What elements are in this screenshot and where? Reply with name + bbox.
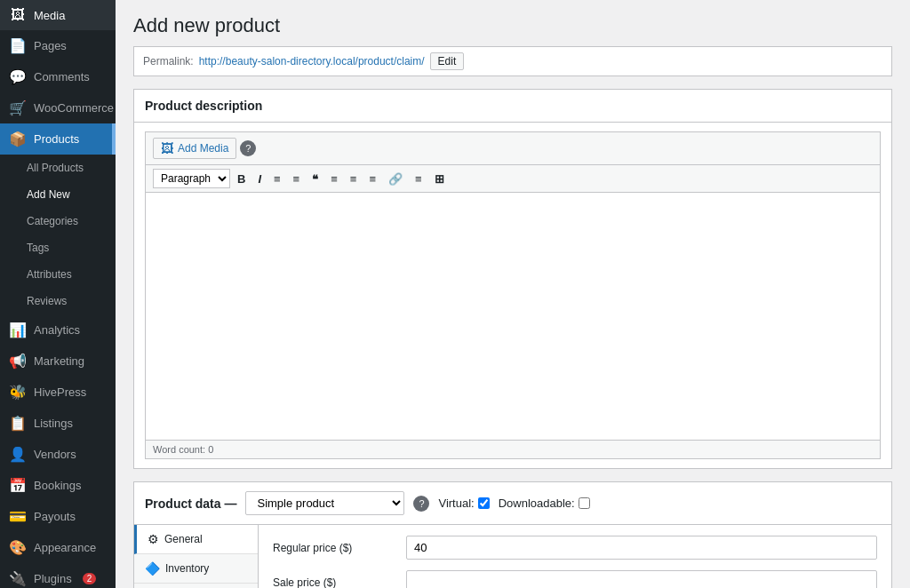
sidebar-sub-attributes[interactable]: Attributes (0, 261, 116, 288)
all-products-label: All Products (27, 162, 84, 174)
downloadable-label: Downloadable: (499, 497, 590, 510)
woocommerce-icon: 🛒 (9, 99, 27, 116)
sidebar-sub-tags[interactable]: Tags (0, 234, 116, 261)
sidebar-item-listings[interactable]: 📋 Listings (0, 408, 116, 439)
sidebar-sub-reviews[interactable]: Reviews (0, 288, 116, 314)
sidebar-item-label: Pages (34, 39, 67, 52)
editor-area[interactable] (145, 192, 881, 441)
product-data-title: Product data — (145, 497, 236, 511)
product-data-header: Product data — Simple product Grouped pr… (134, 482, 891, 525)
sidebar-item-label: Media (34, 9, 65, 22)
virtual-text: Virtual: (438, 497, 474, 510)
sidebar-item-vendors[interactable]: 👤 Vendors (0, 439, 116, 470)
sale-price-input[interactable] (406, 570, 877, 588)
sidebar-sub-all-products[interactable]: All Products (0, 155, 116, 181)
analytics-icon: 📊 (9, 322, 27, 338)
sidebar-sub-add-new[interactable]: Add New (0, 181, 116, 208)
link-button[interactable]: 🔗 (383, 170, 408, 188)
tags-label: Tags (27, 242, 49, 254)
table-button[interactable]: ⊞ (429, 170, 450, 188)
editor-toolbar-row2: Paragraph B I ≡ ≡ ❝ ≡ ≡ ≡ 🔗 ≡ ⊞ (145, 164, 881, 192)
blockquote-button[interactable]: ❝ (307, 170, 323, 188)
ul-button[interactable]: ≡ (268, 170, 286, 188)
add-media-button[interactable]: 🖼 Add Media (153, 138, 236, 159)
paragraph-select[interactable]: Paragraph (153, 169, 230, 188)
product-data-tabs: ⚙ General 🔷 Inventory 🔗 Linked Products (134, 525, 259, 588)
sidebar-item-pages[interactable]: 📄 Pages (0, 30, 116, 61)
description-box-body: 🖼 Add Media ? Paragraph B I ≡ ≡ ❝ ≡ (134, 123, 891, 468)
appearance-icon: 🎨 (9, 539, 27, 556)
attributes-label: Attributes (27, 268, 72, 281)
downloadable-checkbox[interactable] (579, 497, 590, 509)
editor-toolbar-row1: 🖼 Add Media ? (145, 131, 881, 164)
italic-button[interactable]: I (252, 170, 267, 188)
edit-permalink-button[interactable]: Edit (430, 52, 465, 70)
marketing-icon: 📢 (9, 353, 27, 369)
sidebar-item-label: Vendors (34, 448, 76, 461)
comments-icon: 💬 (9, 68, 27, 85)
products-icon: 📦 (9, 131, 27, 147)
sidebar-item-woocommerce[interactable]: 🛒 WooCommerce (0, 92, 116, 123)
sidebar-item-label: Payouts (34, 510, 76, 523)
regular-price-row: Regular price ($) (273, 536, 877, 560)
general-icon: ⚙ (148, 532, 159, 546)
regular-price-input[interactable] (406, 536, 877, 560)
sidebar-item-analytics[interactable]: 📊 Analytics (0, 314, 116, 346)
add-media-label: Add Media (178, 142, 228, 155)
sidebar-item-label: Plugins (34, 572, 72, 585)
product-data-body: ⚙ General 🔷 Inventory 🔗 Linked Products (134, 525, 891, 588)
align-right-button[interactable]: ≡ (363, 170, 381, 188)
sidebar-item-label: WooCommerce (34, 101, 114, 115)
help-icon[interactable]: ? (240, 140, 256, 156)
sidebar-item-label: Marketing (34, 354, 84, 368)
sidebar-item-label: HivePress (34, 385, 86, 399)
description-box-title: Product description (134, 90, 891, 123)
product-type-select[interactable]: Simple product Grouped product External/… (245, 491, 404, 515)
plugins-badge: 2 (83, 573, 97, 584)
sidebar-item-label: Analytics (34, 323, 80, 337)
sidebar-item-appearance[interactable]: 🎨 Appearance (0, 532, 116, 563)
sidebar-item-hivepress[interactable]: 🐝 HivePress (0, 377, 116, 408)
media-icon: 🖼 (9, 7, 27, 23)
sidebar-item-label: Appearance (34, 541, 96, 554)
main-content: Add new product Permalink: http://beauty… (116, 0, 910, 588)
product-data-box: Product data — Simple product Grouped pr… (133, 481, 892, 588)
bookings-icon: 📅 (9, 477, 27, 494)
add-new-label: Add New (27, 188, 70, 201)
ol-button[interactable]: ≡ (288, 170, 306, 188)
sidebar: 🖼 Media 📄 Pages 💬 Comments 🛒 WooCommerce… (0, 0, 116, 588)
plugins-icon: 🔌 (9, 570, 27, 587)
product-type-help-icon[interactable]: ? (413, 496, 429, 512)
bold-button[interactable]: B (232, 170, 251, 188)
sidebar-item-marketing[interactable]: 📢 Marketing (0, 346, 116, 377)
permalink-url[interactable]: http://beauty-salon-directory.local/prod… (199, 55, 425, 68)
tab-inventory-label: Inventory (165, 562, 209, 575)
virtual-checkbox[interactable] (478, 497, 490, 509)
sidebar-sub-categories[interactable]: Categories (0, 208, 116, 234)
sidebar-item-products[interactable]: 📦 Products (0, 123, 116, 155)
align-left-button[interactable]: ≡ (325, 170, 343, 188)
sidebar-item-payouts[interactable]: 💳 Payouts (0, 501, 116, 532)
tab-inventory[interactable]: 🔷 Inventory (134, 554, 258, 584)
vendors-icon: 👤 (9, 446, 27, 463)
sidebar-item-media[interactable]: 🖼 Media (0, 0, 116, 30)
sale-price-label: Sale price ($) (273, 576, 397, 589)
hr-button[interactable]: ≡ (410, 170, 427, 188)
sidebar-item-bookings[interactable]: 📅 Bookings (0, 470, 116, 501)
downloadable-text: Downloadable: (499, 497, 575, 510)
regular-price-label: Regular price ($) (273, 542, 397, 554)
listings-icon: 📋 (9, 415, 27, 432)
inventory-icon: 🔷 (145, 561, 160, 576)
sidebar-item-label: Listings (34, 417, 73, 430)
sale-price-row: Sale price ($) (273, 570, 877, 588)
tab-general[interactable]: ⚙ General (134, 525, 258, 554)
word-count: Word count: 0 (145, 441, 881, 459)
align-center-button[interactable]: ≡ (345, 170, 363, 188)
sidebar-item-comments[interactable]: 💬 Comments (0, 61, 116, 92)
pages-icon: 📄 (9, 37, 27, 54)
hivepress-icon: 🐝 (9, 384, 27, 401)
sidebar-item-label: Bookings (34, 479, 81, 492)
tab-linked-products[interactable]: 🔗 Linked Products (134, 584, 258, 588)
sidebar-item-plugins[interactable]: 🔌 Plugins 2 (0, 563, 116, 588)
virtual-label: Virtual: (438, 497, 489, 510)
